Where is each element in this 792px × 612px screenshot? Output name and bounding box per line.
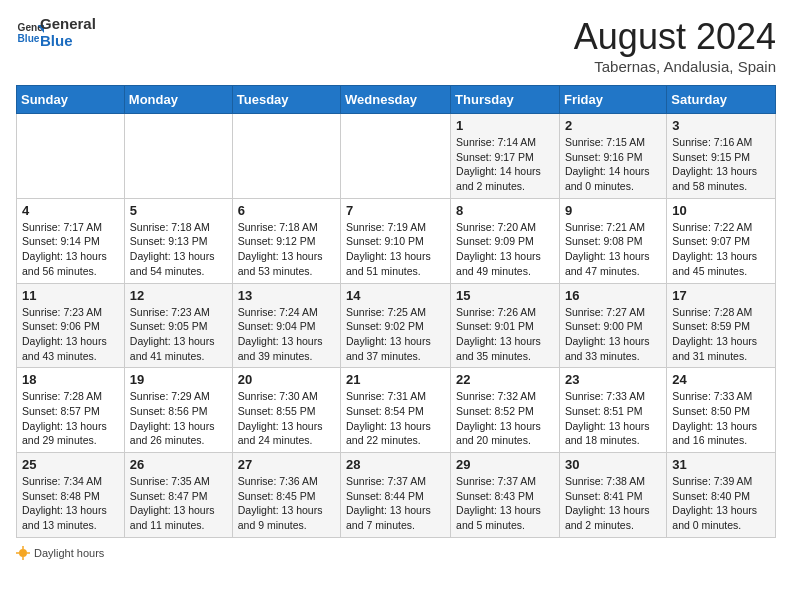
calendar-cell: 22Sunrise: 7:32 AM Sunset: 8:52 PM Dayli…	[451, 368, 560, 453]
day-info: Sunrise: 7:37 AM Sunset: 8:44 PM Dayligh…	[346, 474, 445, 533]
day-number: 10	[672, 203, 770, 218]
calendar-cell: 16Sunrise: 7:27 AM Sunset: 9:00 PM Dayli…	[559, 283, 666, 368]
day-number: 31	[672, 457, 770, 472]
logo: General Blue General Blue	[16, 16, 96, 49]
day-number: 25	[22, 457, 119, 472]
calendar-cell: 7Sunrise: 7:19 AM Sunset: 9:10 PM Daylig…	[341, 198, 451, 283]
calendar-cell: 26Sunrise: 7:35 AM Sunset: 8:47 PM Dayli…	[124, 453, 232, 538]
calendar-cell: 30Sunrise: 7:38 AM Sunset: 8:41 PM Dayli…	[559, 453, 666, 538]
day-info: Sunrise: 7:31 AM Sunset: 8:54 PM Dayligh…	[346, 389, 445, 448]
calendar-header-thursday: Thursday	[451, 86, 560, 114]
day-info: Sunrise: 7:28 AM Sunset: 8:59 PM Dayligh…	[672, 305, 770, 364]
calendar-week-row: 1Sunrise: 7:14 AM Sunset: 9:17 PM Daylig…	[17, 114, 776, 199]
day-number: 19	[130, 372, 227, 387]
calendar-cell: 5Sunrise: 7:18 AM Sunset: 9:13 PM Daylig…	[124, 198, 232, 283]
day-number: 24	[672, 372, 770, 387]
day-number: 2	[565, 118, 661, 133]
day-info: Sunrise: 7:33 AM Sunset: 8:50 PM Dayligh…	[672, 389, 770, 448]
day-number: 14	[346, 288, 445, 303]
calendar-header-sunday: Sunday	[17, 86, 125, 114]
calendar-cell: 15Sunrise: 7:26 AM Sunset: 9:01 PM Dayli…	[451, 283, 560, 368]
day-number: 7	[346, 203, 445, 218]
day-info: Sunrise: 7:29 AM Sunset: 8:56 PM Dayligh…	[130, 389, 227, 448]
calendar-cell	[341, 114, 451, 199]
calendar-cell: 17Sunrise: 7:28 AM Sunset: 8:59 PM Dayli…	[667, 283, 776, 368]
day-number: 30	[565, 457, 661, 472]
calendar-cell: 3Sunrise: 7:16 AM Sunset: 9:15 PM Daylig…	[667, 114, 776, 199]
calendar-cell: 12Sunrise: 7:23 AM Sunset: 9:05 PM Dayli…	[124, 283, 232, 368]
day-info: Sunrise: 7:20 AM Sunset: 9:09 PM Dayligh…	[456, 220, 554, 279]
location: Tabernas, Andalusia, Spain	[574, 58, 776, 75]
day-info: Sunrise: 7:23 AM Sunset: 9:06 PM Dayligh…	[22, 305, 119, 364]
day-info: Sunrise: 7:36 AM Sunset: 8:45 PM Dayligh…	[238, 474, 335, 533]
calendar-cell	[124, 114, 232, 199]
calendar-cell: 2Sunrise: 7:15 AM Sunset: 9:16 PM Daylig…	[559, 114, 666, 199]
calendar-cell: 21Sunrise: 7:31 AM Sunset: 8:54 PM Dayli…	[341, 368, 451, 453]
daylight-label: Daylight hours	[34, 547, 104, 559]
calendar-cell: 28Sunrise: 7:37 AM Sunset: 8:44 PM Dayli…	[341, 453, 451, 538]
calendar-cell: 9Sunrise: 7:21 AM Sunset: 9:08 PM Daylig…	[559, 198, 666, 283]
day-number: 8	[456, 203, 554, 218]
calendar-cell: 20Sunrise: 7:30 AM Sunset: 8:55 PM Dayli…	[232, 368, 340, 453]
day-number: 28	[346, 457, 445, 472]
logo-general-text: General	[40, 16, 96, 33]
day-info: Sunrise: 7:27 AM Sunset: 9:00 PM Dayligh…	[565, 305, 661, 364]
calendar-cell: 24Sunrise: 7:33 AM Sunset: 8:50 PM Dayli…	[667, 368, 776, 453]
day-info: Sunrise: 7:33 AM Sunset: 8:51 PM Dayligh…	[565, 389, 661, 448]
day-info: Sunrise: 7:25 AM Sunset: 9:02 PM Dayligh…	[346, 305, 445, 364]
day-info: Sunrise: 7:18 AM Sunset: 9:13 PM Dayligh…	[130, 220, 227, 279]
sun-icon	[16, 546, 30, 560]
calendar-cell: 4Sunrise: 7:17 AM Sunset: 9:14 PM Daylig…	[17, 198, 125, 283]
day-number: 6	[238, 203, 335, 218]
day-number: 27	[238, 457, 335, 472]
calendar-cell: 18Sunrise: 7:28 AM Sunset: 8:57 PM Dayli…	[17, 368, 125, 453]
day-info: Sunrise: 7:14 AM Sunset: 9:17 PM Dayligh…	[456, 135, 554, 194]
logo-blue-text: Blue	[40, 33, 96, 50]
day-info: Sunrise: 7:16 AM Sunset: 9:15 PM Dayligh…	[672, 135, 770, 194]
calendar-cell: 27Sunrise: 7:36 AM Sunset: 8:45 PM Dayli…	[232, 453, 340, 538]
day-number: 13	[238, 288, 335, 303]
footer: Daylight hours	[16, 546, 776, 560]
day-number: 17	[672, 288, 770, 303]
calendar-cell: 10Sunrise: 7:22 AM Sunset: 9:07 PM Dayli…	[667, 198, 776, 283]
day-number: 23	[565, 372, 661, 387]
day-info: Sunrise: 7:22 AM Sunset: 9:07 PM Dayligh…	[672, 220, 770, 279]
day-info: Sunrise: 7:34 AM Sunset: 8:48 PM Dayligh…	[22, 474, 119, 533]
day-number: 5	[130, 203, 227, 218]
calendar-cell	[17, 114, 125, 199]
day-info: Sunrise: 7:23 AM Sunset: 9:05 PM Dayligh…	[130, 305, 227, 364]
day-info: Sunrise: 7:19 AM Sunset: 9:10 PM Dayligh…	[346, 220, 445, 279]
day-number: 26	[130, 457, 227, 472]
day-number: 15	[456, 288, 554, 303]
calendar-cell: 6Sunrise: 7:18 AM Sunset: 9:12 PM Daylig…	[232, 198, 340, 283]
calendar-cell	[232, 114, 340, 199]
day-number: 4	[22, 203, 119, 218]
day-number: 3	[672, 118, 770, 133]
svg-point-4	[19, 549, 27, 557]
day-number: 20	[238, 372, 335, 387]
calendar-cell: 1Sunrise: 7:14 AM Sunset: 9:17 PM Daylig…	[451, 114, 560, 199]
day-number: 18	[22, 372, 119, 387]
calendar-cell: 23Sunrise: 7:33 AM Sunset: 8:51 PM Dayli…	[559, 368, 666, 453]
calendar-cell: 29Sunrise: 7:37 AM Sunset: 8:43 PM Dayli…	[451, 453, 560, 538]
header: General Blue General Blue August 2024 Ta…	[16, 16, 776, 75]
calendar-cell: 25Sunrise: 7:34 AM Sunset: 8:48 PM Dayli…	[17, 453, 125, 538]
day-info: Sunrise: 7:32 AM Sunset: 8:52 PM Dayligh…	[456, 389, 554, 448]
daylight-label-item: Daylight hours	[16, 546, 104, 560]
calendar-header-friday: Friday	[559, 86, 666, 114]
day-number: 12	[130, 288, 227, 303]
calendar-week-row: 18Sunrise: 7:28 AM Sunset: 8:57 PM Dayli…	[17, 368, 776, 453]
svg-text:Blue: Blue	[18, 33, 40, 44]
day-info: Sunrise: 7:37 AM Sunset: 8:43 PM Dayligh…	[456, 474, 554, 533]
day-number: 16	[565, 288, 661, 303]
day-number: 1	[456, 118, 554, 133]
calendar-week-row: 25Sunrise: 7:34 AM Sunset: 8:48 PM Dayli…	[17, 453, 776, 538]
calendar-week-row: 4Sunrise: 7:17 AM Sunset: 9:14 PM Daylig…	[17, 198, 776, 283]
calendar-cell: 13Sunrise: 7:24 AM Sunset: 9:04 PM Dayli…	[232, 283, 340, 368]
day-info: Sunrise: 7:17 AM Sunset: 9:14 PM Dayligh…	[22, 220, 119, 279]
calendar-header-saturday: Saturday	[667, 86, 776, 114]
calendar-header-tuesday: Tuesday	[232, 86, 340, 114]
day-info: Sunrise: 7:35 AM Sunset: 8:47 PM Dayligh…	[130, 474, 227, 533]
calendar-header-wednesday: Wednesday	[341, 86, 451, 114]
day-info: Sunrise: 7:21 AM Sunset: 9:08 PM Dayligh…	[565, 220, 661, 279]
